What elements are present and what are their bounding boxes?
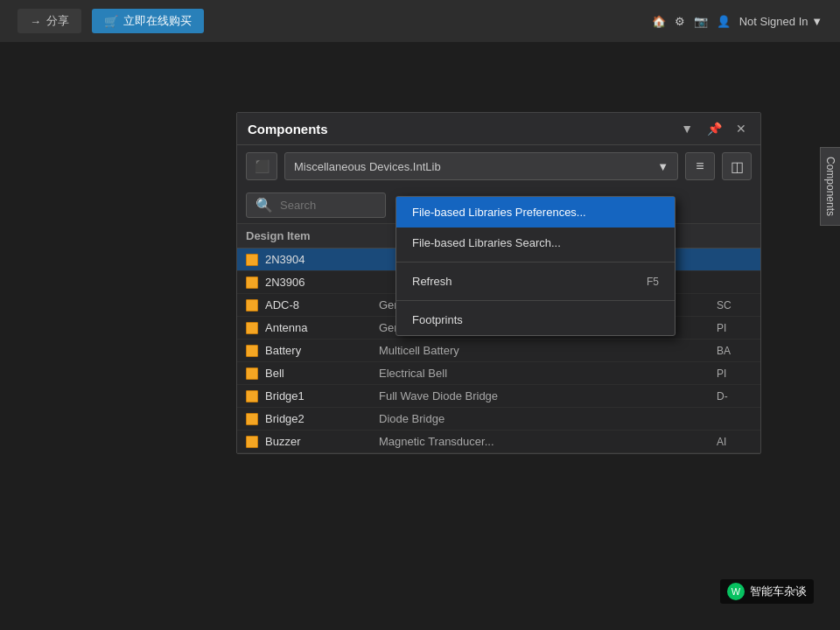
component-name: 2N3904 xyxy=(265,253,379,266)
library-name: Miscellaneous Devices.IntLib xyxy=(294,160,441,173)
component-type: PI xyxy=(717,368,752,380)
col-design-item-header: Design Item xyxy=(246,229,377,242)
table-row[interactable]: Battery Multicell Battery BA xyxy=(237,340,760,362)
gear-icon[interactable]: ⚙ xyxy=(675,15,685,28)
component-icon xyxy=(246,276,258,289)
share-button[interactable]: → 分享 xyxy=(18,9,81,33)
component-desc: Magnetic Transducer... xyxy=(379,435,717,448)
menu-item-label: File-based Libraries Preferences... xyxy=(412,206,586,219)
search-input[interactable] xyxy=(280,199,368,212)
component-name: Bridge2 xyxy=(265,412,379,425)
component-icon xyxy=(246,299,258,312)
table-row[interactable]: Bridge2 Diode Bridge xyxy=(237,408,760,430)
buy-label: 立即在线购买 xyxy=(123,13,192,29)
component-desc: Diode Bridge xyxy=(379,412,717,425)
component-type: SC xyxy=(717,299,752,312)
component-type: D- xyxy=(717,390,752,402)
menu-item-label: File-based Libraries Search... xyxy=(412,236,561,249)
watermark-label: 智能车杂谈 xyxy=(750,584,807,599)
panel-header: Components ▼ 📌 ✕ xyxy=(237,113,760,145)
auth-label[interactable]: Not Signed In ▼ xyxy=(739,15,822,28)
component-icon xyxy=(246,368,258,380)
top-bar-right: 🏠 ⚙ 📷 👤 Not Signed In ▼ xyxy=(652,15,822,28)
component-icon xyxy=(246,345,258,357)
library-arrow-icon: ▼ xyxy=(657,160,668,173)
share-label: 分享 xyxy=(46,13,69,29)
component-name: ADC-8 xyxy=(265,298,379,312)
toolbar-row: ⬛ Miscellaneous Devices.IntLib ▼ ≡ ◫ xyxy=(237,145,760,187)
component-icon xyxy=(246,322,258,334)
list-icon: ≡ xyxy=(696,158,704,174)
table-row[interactable]: Buzzer Magnetic Transducer... AI xyxy=(237,430,760,453)
component-name: Bell xyxy=(265,367,379,380)
panel-dropdown-button[interactable]: ▼ xyxy=(677,120,696,137)
menu-item-label: Footprints xyxy=(412,313,463,326)
component-desc: Electrical Bell xyxy=(379,367,717,380)
component-icon xyxy=(246,413,258,425)
panel-controls: ▼ 📌 ✕ xyxy=(677,120,750,137)
panel-pin-button[interactable]: 📌 xyxy=(704,120,725,137)
component-name: Battery xyxy=(265,344,379,357)
component-icon xyxy=(246,390,258,402)
search-icon: 🔍 xyxy=(256,197,273,214)
menu-item-file-search[interactable]: File-based Libraries Search... xyxy=(396,228,675,258)
component-name: 2N3906 xyxy=(265,276,379,289)
component-icon xyxy=(246,254,258,266)
shortcut-label: F5 xyxy=(647,276,659,288)
split-view-button[interactable]: ◫ xyxy=(722,152,752,180)
home-icon[interactable]: 🏠 xyxy=(652,15,666,28)
table-row[interactable]: Bell Electrical Bell PI xyxy=(237,362,760,385)
search-input-wrap[interactable]: 🔍 xyxy=(246,192,386,218)
component-icon xyxy=(246,436,258,448)
side-tab[interactable]: Components xyxy=(820,147,840,226)
watermark: W 智能车杂谈 xyxy=(720,579,814,604)
menu-item-label: Refresh xyxy=(412,275,452,288)
menu-item-file-prefs[interactable]: File-based Libraries Preferences... xyxy=(396,197,675,228)
side-tab-label: Components xyxy=(824,157,836,216)
library-dropdown[interactable]: Miscellaneous Devices.IntLib ▼ xyxy=(284,152,678,180)
menu-item-footprints[interactable]: Footprints xyxy=(396,304,675,335)
list-view-button[interactable]: ≡ xyxy=(685,152,715,180)
buy-button[interactable]: 🛒 立即在线购买 xyxy=(92,9,204,33)
panel-title: Components xyxy=(248,122,328,136)
top-toolbar: → 分享 🛒 立即在线购买 🏠 ⚙ 📷 👤 Not Signed In ▼ xyxy=(0,0,840,42)
component-desc: Full Wave Diode Bridge xyxy=(379,389,717,402)
buy-icon: 🛒 xyxy=(104,15,118,28)
table-row[interactable]: Bridge1 Full Wave Diode Bridge D- xyxy=(237,385,760,408)
menu-divider xyxy=(396,262,675,262)
wechat-icon: W xyxy=(727,583,745,600)
menu-divider xyxy=(396,300,675,301)
context-menu: File-based Libraries Preferences... File… xyxy=(396,196,676,336)
component-desc: Multicell Battery xyxy=(379,344,717,357)
component-name: Bridge1 xyxy=(265,389,379,402)
component-name: Buzzer xyxy=(265,435,379,448)
menu-item-refresh[interactable]: Refresh F5 xyxy=(396,266,675,297)
share-arrow-icon: → xyxy=(30,15,41,28)
split-icon: ◫ xyxy=(731,158,744,175)
component-type: PI xyxy=(717,322,752,334)
component-name: Antenna xyxy=(265,321,379,334)
camera-icon[interactable]: 📷 xyxy=(694,15,708,28)
filter-icon: ⬛ xyxy=(255,159,270,173)
filter-button[interactable]: ⬛ xyxy=(246,152,277,180)
component-type: BA xyxy=(717,345,752,357)
main-area: Components Components ▼ 📌 ✕ ⬛ Miscellane… xyxy=(0,42,840,630)
panel-close-button[interactable]: ✕ xyxy=(732,120,750,137)
component-type: AI xyxy=(717,436,752,448)
user-icon[interactable]: 👤 xyxy=(717,15,731,28)
